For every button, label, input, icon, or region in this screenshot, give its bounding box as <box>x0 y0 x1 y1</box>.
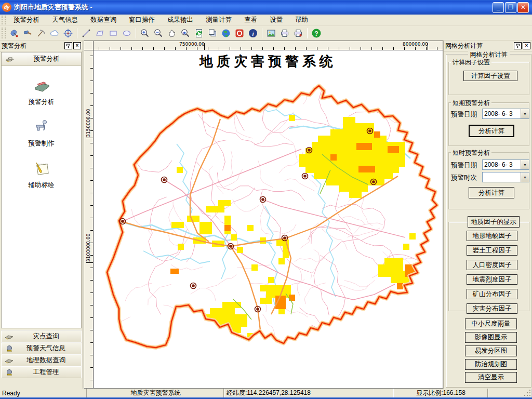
left-nav-section-header[interactable]: 预警分析 <box>2 52 81 66</box>
image-icon[interactable] <box>265 27 277 39</box>
bar-label: 预警天气信息 <box>14 344 78 353</box>
map-title: 地质灾害预警系统 <box>199 54 337 69</box>
nav-item-aid-plot[interactable]: 辅助标绘 <box>2 159 81 190</box>
globe-icon[interactable] <box>220 27 232 39</box>
short-time-date-combo[interactable]: 2008- 6- 3 ▼ <box>482 159 529 170</box>
cloud-icon[interactable] <box>48 27 61 39</box>
ruler-label: 800000.00 <box>403 42 428 47</box>
rectangle-tool-icon[interactable] <box>107 27 119 39</box>
factor-mine-button[interactable]: 矿山分布因子 <box>467 289 517 299</box>
factor-population-button[interactable]: 人口密度因子 <box>467 260 517 270</box>
chevron-down-icon[interactable]: ▼ <box>521 109 529 118</box>
bar-label: 灾点查询 <box>14 332 78 341</box>
menu-view[interactable]: 查看 <box>238 14 263 26</box>
pin-button[interactable] <box>514 42 522 49</box>
factor-geotech-button[interactable]: 岩土工程因子 <box>467 245 517 256</box>
menu-window-ops[interactable]: 窗口操作 <box>123 14 161 26</box>
prevention-plan-button[interactable]: 防治规划图 <box>465 359 517 370</box>
help-icon[interactable]: ? <box>310 27 323 39</box>
refresh-icon[interactable] <box>193 27 205 39</box>
menu-help[interactable]: 帮助 <box>289 14 314 26</box>
left-nav-section-label: 预警分析 <box>15 55 78 63</box>
target-icon[interactable] <box>62 27 74 39</box>
factor-display-button[interactable]: 地质因子的显示 <box>468 216 520 228</box>
nav-item-warning-make[interactable]: 预警制作 <box>2 118 81 148</box>
clear-display-button[interactable]: 清空显示 <box>465 372 517 383</box>
bar-geo-data-query[interactable]: 地理数据查询 <box>1 354 82 366</box>
zoom-extent-icon[interactable]: ± <box>179 27 192 39</box>
factor-disaster-button[interactable]: 灾害分布因子 <box>467 303 517 314</box>
info-icon[interactable]: i <box>247 27 259 39</box>
right-panel-close-button[interactable]: × <box>523 42 530 49</box>
short-time-calc-button[interactable]: 分析计算 <box>469 187 514 198</box>
pin-button[interactable] <box>64 42 72 49</box>
ruler-corner <box>84 41 94 50</box>
restore-button[interactable]: ❐ <box>505 2 516 13</box>
left-nav: 预警分析 预警分析 预警制作 辅助标绘 <box>1 52 82 328</box>
status-app-name: 地质灾害预警系统 <box>87 389 224 397</box>
short-term-date-label: 预警日期 <box>451 110 477 119</box>
zoom-in-icon[interactable] <box>139 27 151 39</box>
short-time-times-combo[interactable]: ▼ <box>482 172 529 182</box>
polygon-tool-icon[interactable] <box>94 27 106 39</box>
menu-measure-calc[interactable]: 测量计算 <box>200 14 238 26</box>
short-term-frame: 短期预警分析 预警日期 2008- 6- 3 ▼ 分析计算 <box>448 102 529 146</box>
short-term-calc-button[interactable]: 分析计算 <box>469 125 514 137</box>
print-setup-icon[interactable] <box>292 27 304 39</box>
menu-weather-info[interactable]: 天气信息 <box>46 14 84 26</box>
image-display-button[interactable]: 影像图显示 <box>465 332 517 343</box>
bar-project-management[interactable]: 工程管理 <box>1 366 82 378</box>
toolbar-separator <box>262 28 262 38</box>
menubar-grip[interactable] <box>2 16 6 24</box>
copy-icon[interactable] <box>206 27 219 39</box>
left-panel: 预警分析 × 预警分析 预警分析 预警制作 <box>0 41 83 389</box>
map-canvas[interactable]: 地质灾害预警系统 <box>94 50 443 388</box>
vertical-ruler: 3150000.003100000.00 <box>84 50 94 388</box>
left-panel-header: 预警分析 × <box>0 41 83 51</box>
factor-setting-frame: 计算因子设置 计算因子设置 <box>448 62 529 95</box>
toolbar-separator <box>307 28 308 38</box>
menu-warning-analysis[interactable]: 预警分析 <box>7 14 46 26</box>
chevron-down-icon[interactable]: ▼ <box>521 172 529 182</box>
ruler-label: 3150000.00 <box>86 114 91 137</box>
svg-text:?: ? <box>314 30 318 37</box>
main-area: 预警分析 × 预警分析 预警分析 预警制作 <box>0 41 532 389</box>
toolbar-separator <box>136 28 136 38</box>
stop-icon[interactable] <box>233 27 246 39</box>
left-panel-bottom-bars: 灾点查询 预警天气信息 地理数据查询 工程管理 <box>1 330 82 378</box>
bar-warning-weather-info[interactable]: 预警天气信息 <box>1 342 82 354</box>
satellite-icon[interactable] <box>8 27 20 39</box>
minimize-button[interactable]: _ <box>493 2 504 13</box>
close-button[interactable]: ✕ <box>517 2 529 13</box>
bar-disaster-point-query[interactable]: 灾点查询 <box>1 330 82 342</box>
menu-result-output[interactable]: 成果输出 <box>161 14 200 26</box>
zoom-out-icon[interactable] <box>152 27 165 39</box>
factor-seismic-button[interactable]: 地震烈度因子 <box>467 274 517 285</box>
resize-grip[interactable] <box>524 390 531 397</box>
title-bar: dy 浏阳市地质灾害预警系统 - _ ❐ ✕ <box>0 0 532 15</box>
pan-icon[interactable] <box>166 27 178 39</box>
line-tool-icon[interactable] <box>80 27 92 39</box>
susceptibility-map-button[interactable]: 易发分区图 <box>465 345 517 356</box>
toolbar-grip[interactable] <box>2 28 6 39</box>
pickaxe-icon[interactable] <box>35 27 47 39</box>
mesoscale-rain-button[interactable]: 中小尺度雨量 <box>465 318 517 329</box>
right-panel-title: 网格分析计算 <box>445 42 513 50</box>
status-ready: Ready <box>0 389 87 397</box>
factor-setting-title: 计算因子设置 <box>451 58 491 67</box>
chevron-down-icon[interactable]: ▼ <box>521 160 529 169</box>
hammer-icon[interactable] <box>21 27 34 39</box>
ellipse-tool-icon[interactable] <box>121 27 133 39</box>
short-term-date-combo[interactable]: 2008- 6- 3 ▼ <box>482 109 529 119</box>
device-icon <box>5 333 14 340</box>
menu-settings[interactable]: 设置 <box>263 14 289 26</box>
factor-setting-button[interactable]: 计算因子设置 <box>463 71 517 81</box>
nav-item-warning-analysis[interactable]: 预警分析 <box>2 77 81 107</box>
left-panel-close-button[interactable]: × <box>73 42 81 49</box>
device-icon <box>5 55 15 63</box>
nav-item-label: 辅助标绘 <box>2 181 81 190</box>
print-icon[interactable] <box>278 27 291 39</box>
right-panel-header: 网格分析计算 × <box>444 41 532 51</box>
factor-terrain-button[interactable]: 地形地貌因子 <box>467 231 517 241</box>
menu-data-query[interactable]: 数据查询 <box>84 14 123 26</box>
